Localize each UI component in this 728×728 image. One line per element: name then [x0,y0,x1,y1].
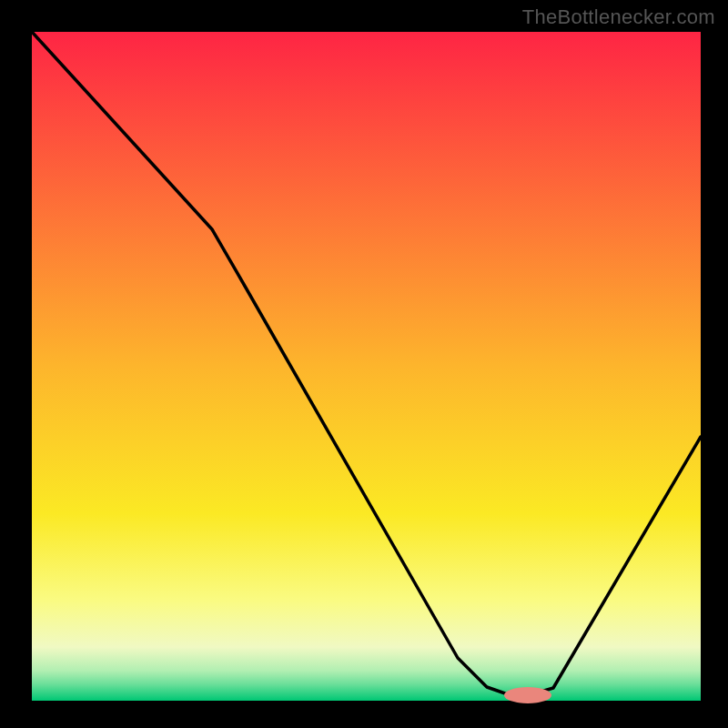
watermark-text: TheBottlenecker.com [522,5,715,29]
plot-area [32,32,701,701]
optimal-marker [504,687,551,703]
bottleneck-chart [0,0,728,728]
chart-container: TheBottlenecker.com [0,0,728,728]
